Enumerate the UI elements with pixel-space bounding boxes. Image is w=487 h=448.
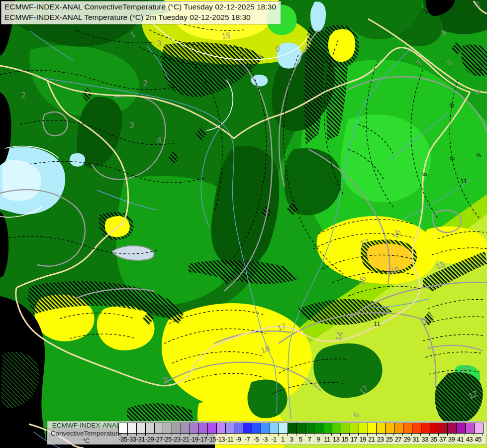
title-line-2: ECMWF-INDEX-ANAL Temperature (°C) 2m Tue… <box>4 12 276 23</box>
colorbar-tick-label: -33 <box>127 436 136 443</box>
colorbar-cell <box>270 423 279 433</box>
colorbar-cell <box>394 423 403 433</box>
colorbar-tick-label: 25 <box>386 436 392 443</box>
colorbar-tick-label: 9 <box>316 436 320 443</box>
colorbar-tick-label: 7 <box>307 436 311 443</box>
colorbar-tick-label: -15 <box>207 436 216 443</box>
colorbar-tick-label: 35 <box>430 436 437 443</box>
contour-label: 2 <box>143 79 148 88</box>
contour-label: 4 <box>157 136 162 144</box>
colorbar-tick-label: -3 <box>262 436 268 443</box>
colorbar-cell <box>412 423 421 433</box>
contour-label: 19 <box>390 265 399 274</box>
colorbar-tick-label: 39 <box>448 436 455 443</box>
colorbar-cell <box>146 423 155 433</box>
colorbar-cell <box>119 423 128 433</box>
contour-label: 3 <box>130 121 134 129</box>
colorbar-tick-label: -25 <box>163 436 172 443</box>
contour-label: 3 <box>157 39 162 48</box>
contour-label: 17 <box>359 237 370 247</box>
colorbar-tick-label: 3 <box>290 436 293 443</box>
colorbar-tick-label: -27 <box>154 436 163 443</box>
colorbar-cell <box>368 423 377 433</box>
colorbar-cell <box>297 423 306 433</box>
colorbar-tick-label: 11 <box>324 436 330 443</box>
legend-unit-label: °C <box>50 437 122 445</box>
legend-text-block: ECMWF-INDEX-ANAL ConvectiveTemperature °… <box>50 422 122 445</box>
colorbar-cell <box>359 423 368 433</box>
weather-chart-screenshot: 1322341502235746889119171619181318174141… <box>0 0 487 448</box>
title-line-1: ECMWF-INDEX-ANAL ConvectiveTemperature (… <box>4 2 276 12</box>
contour-label: 11 <box>460 177 467 185</box>
colorbar-cell <box>314 423 323 433</box>
colorbar-cell <box>234 423 243 433</box>
colorbar-tick-label: -19 <box>190 436 198 443</box>
colorbar-tick-label: -21 <box>181 436 189 443</box>
colorbar-cell <box>163 423 172 433</box>
colorbar-tick-label: 27 <box>395 436 401 443</box>
colorbar-cell <box>430 423 439 433</box>
colorbar-cell <box>421 423 430 433</box>
colorbar-cell <box>466 423 475 433</box>
colorbar-cell <box>226 423 235 433</box>
colorbar-tick-label: -11 <box>225 436 233 443</box>
contour-label: 0 <box>276 45 280 53</box>
colorbar-tick-label: 19 <box>359 436 366 443</box>
colorbar-tick-label: 31 <box>412 436 419 443</box>
colorbar-tick-label: 45 <box>475 436 481 443</box>
colorbar-tick-label: -17 <box>198 436 207 443</box>
colorbar-cell <box>350 423 359 433</box>
colorbar-tick-label: -1 <box>271 436 277 443</box>
colorbar-cell <box>252 423 261 433</box>
colorbar-cell <box>261 423 270 433</box>
contour-label: 11 <box>374 320 381 328</box>
colorbar-cell <box>190 423 199 433</box>
colorbar-cell <box>377 423 386 433</box>
colorbar-cell <box>305 423 314 433</box>
colorbar-cell <box>279 423 288 433</box>
colorbar-tick-label: -5 <box>253 436 259 443</box>
colorbar-cell <box>181 423 190 433</box>
colorbar-tick-label: -29 <box>145 436 154 443</box>
colorbar-cell <box>403 423 412 433</box>
contour-label: 15 <box>221 31 231 40</box>
colorbar-tick-label: 21 <box>368 436 375 443</box>
colorbar-cell <box>155 423 164 433</box>
colorbar-tick-label: 13 <box>333 436 339 443</box>
title-overlay: ECMWF-INDEX-ANAL ConvectiveTemperature (… <box>1 1 281 24</box>
colorbar-cell <box>439 423 448 433</box>
colorbar-cell <box>288 423 297 433</box>
colorbar-cell <box>332 423 341 433</box>
colorbar-tick-label: -13 <box>216 436 225 443</box>
colorbar-cell <box>172 423 181 433</box>
colorbar-tick-label: -9 <box>236 436 241 443</box>
colorbar-cell <box>475 423 483 433</box>
legend-model-label: ECMWF-INDEX-ANAL <box>50 422 122 430</box>
colorbar-cell <box>217 423 226 433</box>
colorbar-tick-label: 43 <box>466 436 472 443</box>
colorbar-cell <box>448 423 457 433</box>
contour-label: 2 <box>21 91 26 100</box>
colorbar-cell <box>341 423 350 433</box>
colorbar-tick-label: 41 <box>457 436 464 443</box>
colorbar-cell <box>457 423 466 433</box>
colorbar-cell <box>243 423 252 433</box>
colorbar-tick-label: -23 <box>172 436 180 443</box>
colorbar-cell <box>128 423 137 433</box>
colorbar-tick-label: 23 <box>377 436 384 443</box>
colorbar-tick-label: 37 <box>439 436 446 443</box>
colorbar <box>118 423 484 434</box>
colorbar-tick-label: -31 <box>136 436 145 443</box>
colorbar-tick-label: 33 <box>421 436 428 443</box>
colorbar-tick-label: 17 <box>350 436 357 443</box>
colorbar-tick-label: -7 <box>245 436 250 443</box>
colorbar-cell <box>208 423 217 433</box>
weather-map-svg: 1322341502235746889119171619181318174141… <box>0 0 487 448</box>
colorbar-tick-labels: -35-33-31-29-27-25-23-21-19-17-15-13-11-… <box>118 436 484 444</box>
colorbar-tick-label: 29 <box>404 436 410 443</box>
colorbar-tick-label: 1 <box>281 436 285 443</box>
legend-parameter-label: ConvectiveTemperature <box>50 430 122 438</box>
colorbar-tick-label: -35 <box>118 436 127 443</box>
colorbar-cell <box>386 423 394 433</box>
colorbar-tick-label: 15 <box>342 436 348 443</box>
